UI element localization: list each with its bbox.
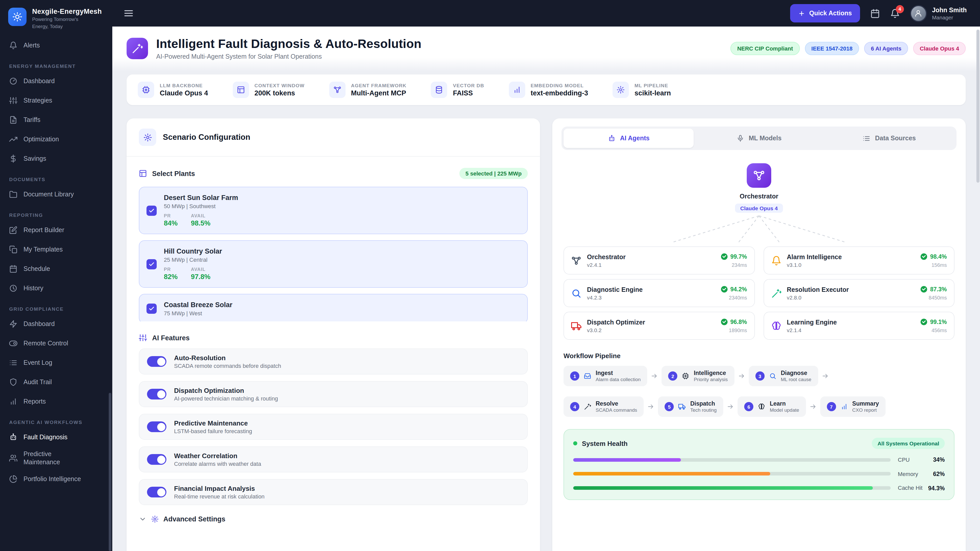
plant-card-desert-sun[interactable]: Desert Sun Solar Farm 50 MWp | Southwest… [139,187,528,234]
tech-embedding-model: EMBEDDING MODELtext-embedding-3 [509,82,588,98]
sidebar-item-label: Schedule [24,265,50,272]
plant-checkbox[interactable] [146,259,157,269]
advanced-settings-toggle[interactable]: Advanced Settings [139,515,528,523]
plant-name: Coastal Breeze Solar [164,301,518,309]
feature-dispatch-optimization: Dispatch OptimizationAI-powered technici… [139,381,528,407]
workflow-step-intelligence[interactable]: 2 IntelligencePriority analysis [662,366,734,386]
sidebar-item-savings[interactable]: Savings [0,149,112,168]
page-subtitle: AI-Powered Multi-Agent System for Solar … [156,53,422,60]
weather-correlation-toggle[interactable] [147,454,166,465]
financial-impact-toggle[interactable] [147,487,166,497]
brand[interactable]: Nexgile-EnergyMesh Powering Tomorrow's E… [0,0,112,36]
plant-list[interactable]: Desert Sun Solar Farm 50 MWp | Southwest… [139,187,528,321]
plant-card-hill-country[interactable]: Hill Country Solar 25 MWp | Central PR82… [139,240,528,288]
truck-icon [679,403,686,410]
agent-name: Orchestrator [587,253,625,260]
workflow-step-summary[interactable]: 7 SummaryCXO report [820,396,886,417]
sidebar-item-portfolio-intelligence[interactable]: Portfolio Intelligence [0,470,112,489]
orchestrator-icon [747,163,771,188]
avatar [910,5,927,22]
sidebar-item-audit-trail[interactable]: Audit Trail [0,372,112,392]
agent-grid: Orchestratorv2.4.1 99.7%234ms Alarm Inte… [552,243,966,340]
quick-actions-button[interactable]: Quick Actions [791,4,860,22]
sidebar-item-report-builder[interactable]: Report Builder [0,221,112,240]
step-number: 7 [827,402,836,411]
workflow-step-ingest[interactable]: 1 IngestAlarm data collection [563,366,647,386]
agent-card-learning-engine[interactable]: Learning Enginev2.1.4 99.1%456ms [763,312,955,340]
auto-resolution-toggle[interactable] [147,356,166,367]
predictive-maintenance-toggle[interactable] [147,421,166,432]
dispatch-optimization-toggle[interactable] [147,389,166,400]
agent-card-alarm-intelligence[interactable]: Alarm Intelligencev3.1.0 98.4%156ms [763,246,955,275]
tech-vector-db: VECTOR DBFAISS [431,82,484,98]
sidebar-item-label: Event Log [24,359,52,366]
calendar-button[interactable] [870,8,880,18]
tech-label: ML PIPELINE [635,83,671,88]
workflow-step-resolve[interactable]: 4 ResolveSCADA commands [563,396,644,417]
user-role: Manager [932,14,967,20]
tech-value: text-embedding-3 [531,89,588,97]
page-scrollbar[interactable] [977,30,980,183]
feature-desc: AI-powered technician matching & routing [174,395,278,402]
step-desc: SCADA commands [596,407,637,413]
plant-meta: 75 MWp | West [164,310,518,316]
agent-card-orchestrator[interactable]: Orchestratorv2.4.1 99.7%234ms [563,246,755,275]
sidebar-item-dashboard-energy[interactable]: Dashboard [0,71,112,91]
sidebar-item-label: Document Library [24,191,74,198]
agent-accuracy: 99.7% [730,254,747,260]
agent-accuracy: 94.2% [730,286,747,292]
agent-card-resolution-executor[interactable]: Resolution Executorv2.8.0 87.3%8450ms [763,279,955,307]
agent-name: Diagnostic Engine [587,286,643,293]
wand-icon [132,43,143,54]
health-status-dot [573,441,577,445]
workflow-step-diagnose[interactable]: 3 DiagnoseML root cause [749,366,818,386]
user-icon [915,9,923,17]
workflow-step-learn[interactable]: 6 LearnModel update [738,396,806,417]
gear-icon [151,515,159,523]
agent-connectors [636,215,881,243]
notifications-button[interactable]: 4 [890,8,900,18]
sidebar-item-reports[interactable]: Reports [0,392,112,411]
sidebar-item-history[interactable]: History [0,279,112,298]
agent-card-dispatch-optimizer[interactable]: Dispatch Optimizerv3.0.2 96.8%1890ms [563,312,755,340]
step-desc: Priority analysis [694,376,728,382]
user-menu[interactable]: John Smith Manager [910,5,967,22]
tab-ai-agents[interactable]: AI Agents [563,129,694,148]
sidebar-item-document-library[interactable]: Document Library [0,185,112,204]
sidebar-item-schedule[interactable]: Schedule [0,259,112,279]
ai-agents-panel: AI Agents ML Models Data Sources Orchest… [552,118,966,551]
sidebar-item-tariffs[interactable]: Tariffs [0,110,112,130]
sidebar-item-event-log[interactable]: Event Log [0,353,112,372]
plant-card-coastal-breeze[interactable]: Coastal Breeze Solar 75 MWp | West [139,294,528,321]
sidebar-item-my-templates[interactable]: My Templates [0,240,112,259]
agent-latency: 8450ms [921,295,947,300]
sidebar-item-label: Remote Control [24,340,68,347]
badge-agents: 6 AI Agents [864,42,908,55]
agent-card-diagnostic-engine[interactable]: Diagnostic Enginev4.2.3 94.2%2340ms [563,279,755,307]
brand-name: Nexgile-EnergyMesh [32,8,102,15]
sidebar-item-alerts[interactable]: Alerts [0,36,112,55]
feature-desc: Real-time revenue at risk calculation [174,493,265,499]
menu-button[interactable] [124,8,134,18]
step-number: 5 [665,402,674,411]
feature-title: Financial Impact Analysis [174,485,265,492]
sidebar-scrollbar[interactable] [109,393,111,551]
brand-logo-icon [8,8,27,26]
sidebar-item-label: Fault Diagnosis [24,433,67,441]
plant-checkbox[interactable] [146,205,157,216]
tab-data-sources[interactable]: Data Sources [824,129,955,148]
agent-version: v2.1.4 [787,327,837,333]
workflow-step-dispatch[interactable]: 5 DispatchTech routing [658,396,724,417]
check-circle-icon [721,318,728,326]
sidebar-item-remote-control[interactable]: Remote Control [0,333,112,353]
sidebar-item-strategies[interactable]: Strategies [0,91,112,110]
tab-ml-models[interactable]: ML Models [694,129,824,148]
plant-checkbox[interactable] [146,303,157,314]
pr-value: 84% [164,219,178,227]
sidebar-item-optimization[interactable]: Optimization [0,130,112,149]
sidebar-item-predictive-maintenance[interactable]: Predictive Maintenance [0,447,112,470]
step-name: Intelligence [694,370,728,376]
sidebar-item-dashboard-grid[interactable]: Dashboard [0,314,112,333]
sidebar-item-fault-diagnosis[interactable]: Fault Diagnosis [0,427,112,447]
feature-title: Predictive Maintenance [174,419,252,427]
